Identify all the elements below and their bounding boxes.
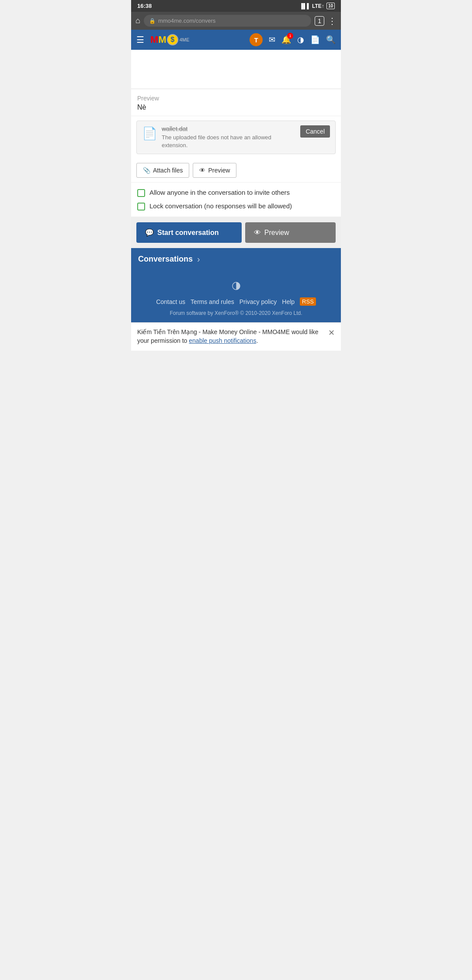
site-logo[interactable]: MM $ 4ME <box>150 34 189 45</box>
attach-files-button[interactable]: 📎 Attach files <box>136 163 189 178</box>
logo-text: MM <box>150 34 167 45</box>
rss-icon[interactable]: RSS <box>300 297 316 306</box>
file-error-message: The uploaded file does not have an allow… <box>162 134 296 149</box>
preview-section: Preview Nè <box>131 90 341 116</box>
copyright-text: Forum software by XenForo® © 2010-2020 X… <box>137 310 335 316</box>
conversations-header[interactable]: Conversations › <box>131 248 341 270</box>
messages-icon[interactable]: ✉ <box>269 35 275 45</box>
hamburger-menu-button[interactable]: ☰ <box>136 35 144 45</box>
file-name: wallet.dat <box>162 125 296 132</box>
logo-suffix: 4ME <box>180 37 190 42</box>
content-area: Preview Nè 📄 wallet.dat The uploaded fil… <box>131 50 341 248</box>
status-right: ▐▌▌ LTE↑ 10 <box>299 3 335 9</box>
allow-invite-checkbox[interactable] <box>137 189 145 197</box>
eye-action-icon: 👁 <box>254 229 261 237</box>
help-link[interactable]: Help <box>282 298 295 305</box>
lock-conversation-label: Lock conversation (no responses will be … <box>149 202 292 210</box>
message-input[interactable] <box>131 50 341 89</box>
lock-conversation-checkbox[interactable] <box>137 203 145 210</box>
file-icon: 📄 <box>142 126 157 141</box>
footer-toggle-icon[interactable]: ◑ <box>137 279 335 291</box>
paperclip-icon: 📎 <box>143 167 150 174</box>
notification-link[interactable]: enable push notifications <box>189 337 256 344</box>
browser-bar: ⌂ 🔒 mmo4me.com/convers 1 ⋮ <box>131 12 341 30</box>
file-info: wallet.dat The uploaded file does not ha… <box>162 125 296 149</box>
chat-icon: 💬 <box>145 228 154 237</box>
lock-icon: 🔒 <box>149 18 156 24</box>
preview-action-label: Preview <box>264 229 289 237</box>
allow-invite-option: Allow anyone in the conversation to invi… <box>137 189 335 197</box>
search-icon[interactable]: 🔍 <box>326 35 336 45</box>
allow-invite-label: Allow anyone in the conversation to invi… <box>149 189 290 196</box>
notification-text: Kiếm Tiền Trên Mạng - Make Money Online … <box>137 328 324 345</box>
file-upload-error: 📄 wallet.dat The uploaded file does not … <box>136 121 336 154</box>
status-bar: 16:38 ▐▌▌ LTE↑ 10 <box>131 0 341 12</box>
action-section: 💬 Start conversation 👁 Preview <box>131 217 341 248</box>
notifications-icon[interactable]: 🔔 1 <box>281 35 291 45</box>
preview-label: Preview <box>137 95 335 102</box>
cancel-upload-button[interactable]: Cancel <box>300 125 330 138</box>
nav-bar: ☰ MM $ 4ME T ✉ 🔔 1 ◑ 📄 🔍 <box>131 30 341 50</box>
notification-close-button[interactable]: ✕ <box>328 328 335 337</box>
notification-badge: 1 <box>287 33 293 39</box>
textarea-section <box>131 50 341 90</box>
user-avatar[interactable]: T <box>250 33 263 46</box>
browser-menu-button[interactable]: ⋮ <box>328 16 337 26</box>
url-bar[interactable]: 🔒 mmo4me.com/convers <box>144 15 311 27</box>
tab-count-button[interactable]: 1 <box>315 16 324 26</box>
url-text: mmo4me.com/convers <box>158 17 215 24</box>
terms-link[interactable]: Terms and rules <box>191 298 234 305</box>
toggle-icon[interactable]: ◑ <box>297 35 304 45</box>
preview-action-button[interactable]: 👁 Preview <box>245 222 336 243</box>
footer-links: Contact us Terms and rules Privacy polic… <box>137 297 335 306</box>
privacy-link[interactable]: Privacy policy <box>239 298 277 305</box>
document-icon[interactable]: 📄 <box>310 35 320 45</box>
chevron-right-icon: › <box>197 254 200 264</box>
status-time: 16:38 <box>137 3 152 9</box>
footer-section: ◑ Contact us Terms and rules Privacy pol… <box>131 270 341 322</box>
contact-us-link[interactable]: Contact us <box>156 298 185 305</box>
toolbar-section: 📎 Attach files 👁 Preview <box>131 159 341 183</box>
options-section: Allow anyone in the conversation to invi… <box>131 183 341 217</box>
battery-indicator: 10 <box>326 3 335 9</box>
attach-files-label: Attach files <box>153 167 183 174</box>
start-conversation-button[interactable]: 💬 Start conversation <box>136 222 242 243</box>
eye-icon: 👁 <box>199 167 205 174</box>
notification-banner: Kiếm Tiền Trên Mạng - Make Money Online … <box>131 322 341 350</box>
lock-conversation-option: Lock conversation (no responses will be … <box>137 202 335 210</box>
conversations-title: Conversations <box>138 255 193 264</box>
preview-text: Nè <box>137 104 335 111</box>
signal-icon: ▐▌▌ LTE↑ <box>299 3 324 9</box>
start-conversation-label: Start conversation <box>157 229 219 237</box>
preview-toolbar-label: Preview <box>208 167 230 174</box>
home-button[interactable]: ⌂ <box>135 16 140 25</box>
preview-toolbar-button[interactable]: 👁 Preview <box>193 163 236 178</box>
logo-coin-icon: $ <box>167 34 178 45</box>
